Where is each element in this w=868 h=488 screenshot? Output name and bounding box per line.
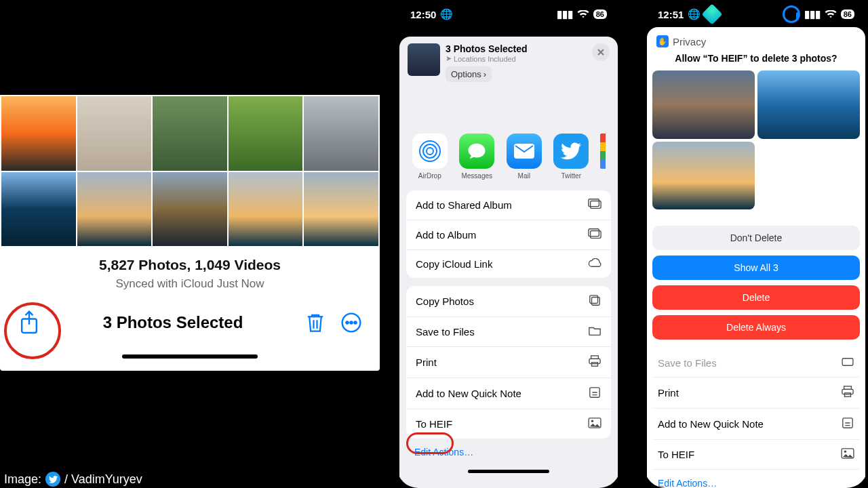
edit-actions-link[interactable]: Edit Actions… (399, 439, 618, 466)
edit-actions-link[interactable]: Edit Actions… (652, 470, 860, 488)
shortcut-running-icon (702, 3, 723, 24)
svg-rect-14 (590, 296, 598, 304)
sync-status: Synced with iCloud Just Now (0, 277, 380, 291)
photo-thumbnail[interactable] (77, 96, 152, 171)
svg-rect-24 (845, 393, 851, 396)
delete-button[interactable]: Delete (652, 285, 860, 310)
privacy-label: Privacy (673, 36, 706, 47)
selection-toolbar: 3 Photos Selected (0, 291, 380, 348)
preview-thumbnail (757, 70, 860, 139)
quick-note-row[interactable]: Add to New Quick Note (652, 409, 860, 440)
quick-note-row[interactable]: Add to New Quick Note (406, 378, 611, 409)
preview-thumbnail (652, 142, 755, 210)
share-sheet: 3 Photos Selected ➤ Locations Included O… (399, 37, 618, 488)
add-shared-album-row[interactable]: Add to Shared Album (406, 190, 611, 220)
delete-always-button[interactable]: Delete Always (652, 315, 860, 340)
photo-icon (588, 418, 601, 430)
privacy-header: ✋ Privacy (652, 34, 860, 50)
print-row[interactable]: Print (652, 378, 860, 409)
status-time: 12:50 (410, 9, 436, 20)
background-action-list: Save to Files Print Add to New Quick Not… (652, 349, 860, 470)
copy-photos-row[interactable]: Copy Photos (406, 286, 611, 317)
gmail-app-peek[interactable] (600, 134, 606, 169)
privacy-buttons: Don't Delete Show All 3 Delete Delete Al… (652, 226, 860, 340)
photos-app-screen: 5,827 Photos, 1,049 Videos Synced with i… (0, 95, 380, 371)
row-label: Save to Files (416, 326, 475, 338)
icloud-link-icon (588, 258, 601, 270)
to-heif-row[interactable]: To HEIF (652, 440, 860, 470)
svg-rect-17 (592, 363, 598, 366)
row-label: Copy iCloud Link (416, 258, 492, 270)
photo-thumbnail[interactable] (229, 172, 303, 247)
album-icon (588, 228, 601, 241)
credit-prefix: Image: (4, 472, 41, 487)
trash-button[interactable] (305, 311, 326, 334)
messages-label: Messages (461, 172, 492, 180)
status-time: 12:51 (658, 9, 684, 20)
photo-thumbnail[interactable] (153, 96, 227, 171)
preview-thumbnail (652, 70, 755, 139)
airdrop-app[interactable]: AirDrop (412, 134, 448, 180)
add-album-row[interactable]: Add to Album (406, 220, 611, 249)
row-label: Add to New Quick Note (416, 388, 521, 399)
status-bar: 12:50 🌐 ▮▮▮ 86 (397, 0, 620, 24)
airdrop-label: AirDrop (418, 172, 441, 180)
row-label: Copy Photos (416, 296, 474, 307)
image-credit: Image: / VadimYuryev (4, 468, 142, 488)
photo-thumbnail[interactable] (1, 172, 76, 247)
svg-point-4 (354, 322, 356, 324)
selection-title: 3 Photos Selected (103, 313, 243, 332)
save-files-row[interactable]: Save to Files (406, 317, 611, 346)
copy-icon (588, 294, 601, 308)
share-subtitle: ➤ Locations Included (446, 54, 587, 63)
row-label: Save to Files (658, 357, 717, 369)
privacy-icon: ✋ (656, 35, 669, 47)
options-label: Options (451, 69, 481, 79)
battery-indicator: 86 (841, 9, 854, 19)
chevron-right-icon: › (484, 69, 486, 79)
share-actions-group-1: Add to Shared Album Add to Album Copy iC… (406, 190, 611, 278)
share-button[interactable] (18, 310, 41, 336)
dont-delete-button[interactable]: Don't Delete (652, 226, 860, 250)
to-heif-row[interactable]: To HEIF (406, 409, 611, 439)
save-files-row[interactable]: Save to Files (652, 349, 860, 378)
photo-thumbnail[interactable] (153, 172, 227, 247)
globe-icon: 🌐 (440, 8, 453, 20)
privacy-prompt-question: Allow “To HEIF” to delete 3 photos? (652, 50, 860, 70)
more-button[interactable] (340, 312, 362, 333)
show-all-button[interactable]: Show All 3 (652, 256, 860, 280)
cellular-icon: ▮▮▮ (804, 8, 821, 20)
photo-icon (841, 448, 854, 461)
svg-rect-13 (592, 298, 600, 306)
home-indicator[interactable] (122, 354, 258, 359)
photo-thumbnail[interactable] (304, 96, 378, 171)
shared-album-icon (588, 199, 601, 211)
mail-label: Mail (518, 172, 530, 180)
photo-thumbnail[interactable] (1, 96, 76, 171)
messages-app[interactable]: Messages (459, 134, 496, 180)
library-summary: 5,827 Photos, 1,049 Videos (0, 247, 380, 277)
options-button[interactable]: Options › (446, 66, 492, 82)
delete-preview-thumbnails (652, 70, 860, 209)
share-apps-row[interactable]: AirDrop Messages Mail Twitter (399, 86, 618, 184)
running-indicator-icon (783, 5, 800, 23)
status-bar: 12:51 🌐 ▮▮▮ 86 (644, 0, 868, 24)
print-icon (841, 386, 854, 400)
home-indicator[interactable] (468, 470, 549, 473)
print-row[interactable]: Print (406, 346, 611, 378)
wifi-icon (577, 9, 589, 20)
mail-app[interactable]: Mail (506, 134, 542, 180)
cellular-icon: ▮▮▮ (557, 8, 573, 20)
close-button[interactable] (592, 43, 610, 61)
photo-thumbnail[interactable] (229, 96, 303, 171)
twitter-app[interactable]: Twitter (553, 134, 590, 180)
share-actions-group-2: Copy Photos Save to Files Print Add to N… (406, 286, 611, 439)
photo-thumbnail[interactable] (77, 172, 152, 247)
row-label: Print (416, 357, 437, 368)
quick-note-icon (588, 386, 601, 401)
svg-point-27 (844, 451, 847, 453)
photo-thumbnail[interactable] (304, 172, 378, 247)
copy-icloud-row[interactable]: Copy iCloud Link (406, 249, 611, 278)
svg-point-5 (427, 148, 433, 155)
row-label: To HEIF (658, 449, 694, 460)
